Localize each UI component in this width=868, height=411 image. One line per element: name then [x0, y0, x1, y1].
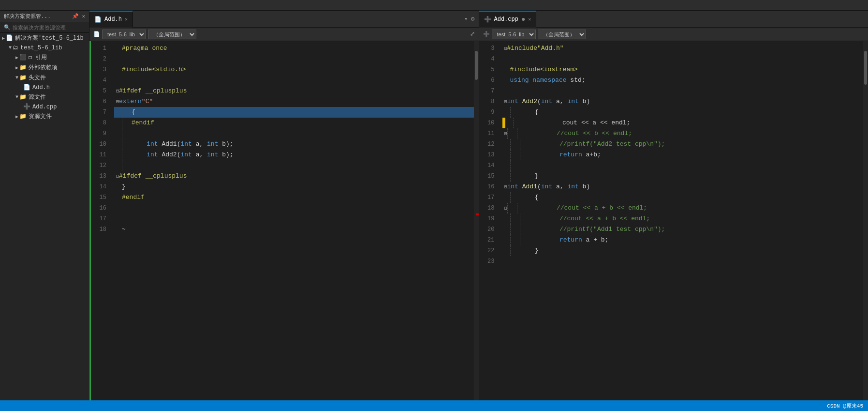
- code-line: //printf("Add1 test cpp\n");: [502, 224, 864, 235]
- code-line: #endif: [114, 118, 474, 128]
- code-line: int Add1(int a, int b);: [114, 139, 474, 150]
- file-icon-h: 📄: [94, 16, 102, 23]
- top-bar: [0, 0, 868, 11]
- sidebar-item-headers[interactable]: ▼📁头文件: [0, 73, 89, 83]
- editor-area: 📄 Add.h ✕ ▾ ⚙ 📄 test_5-6_lib （全局: [89, 11, 868, 400]
- sidebar-item-sources[interactable]: ▼📁源文件: [0, 92, 89, 102]
- code-line: [502, 54, 864, 64]
- close-icon[interactable]: ✕: [82, 13, 85, 19]
- code-line: //printf("Add2 test cpp\n");: [502, 139, 864, 150]
- tab-close-addh[interactable]: ✕: [125, 16, 128, 22]
- scope-bar-addh: 📄 test_5-6_lib （全局范围） ⤢: [89, 28, 479, 41]
- scope-file-icon-cpp: ➕: [483, 31, 490, 37]
- code-area-addcpp[interactable]: 34567891011121314151617181920212223 ⊟#in…: [479, 41, 868, 400]
- status-bar: CSDN @原来45: [0, 400, 868, 411]
- code-line: ⊟#ifdef __cplusplus: [114, 86, 474, 96]
- code-line: ⊟int Add1(int a, int b): [502, 182, 864, 192]
- code-line: #pragma once: [114, 43, 474, 54]
- sidebar-item-external[interactable]: ▶📁外部依赖项: [0, 62, 89, 73]
- tab-modified-dot: ●: [521, 15, 525, 23]
- code-line: ⊟#include"Add.h": [502, 43, 864, 54]
- sidebar-search-bar[interactable]: 🔍: [0, 22, 89, 33]
- code-line: {: [114, 107, 474, 118]
- code-line: return a+b;: [502, 150, 864, 160]
- tab-addcpp[interactable]: ➕ Add.cpp ● ✕: [479, 11, 537, 28]
- sidebar-item-solution[interactable]: ▶📄解决方案'test_5-6_lib: [0, 33, 89, 43]
- code-area-addh[interactable]: 123456789101112131415161718 #pragma once…: [89, 41, 479, 400]
- scope-file-icon: 📄: [93, 31, 100, 37]
- code-line: [114, 203, 474, 213]
- search-input[interactable]: [13, 25, 71, 30]
- code-line: [502, 256, 864, 267]
- file-tree: ▶📄解决方案'test_5-6_lib▼🗂test_5-6_lib▶⬛◻ 引用▶…: [0, 33, 89, 122]
- settings-icon[interactable]: ⚙: [471, 15, 475, 23]
- search-icon: 🔍: [4, 24, 11, 30]
- scope-range-addh[interactable]: （全局范围）: [148, 30, 196, 39]
- scroll-indicator-addcpp[interactable]: [863, 41, 868, 400]
- line-numbers-addcpp: 34567891011121314151617181920212223: [479, 41, 502, 400]
- scope-range-addcpp[interactable]: （全局范围）: [538, 30, 586, 39]
- code-line: {: [502, 107, 864, 118]
- breakpoint-marker: [502, 118, 505, 128]
- code-line: ⊟ //cout << b << endl;: [502, 128, 864, 139]
- scroll-indicator-addh[interactable]: [474, 41, 479, 400]
- code-line: [114, 160, 474, 171]
- sidebar-title: 解决方案资源管...: [4, 13, 51, 20]
- scroll-thumb-addh: [475, 51, 478, 80]
- code-line: #include<stdio.h>: [114, 64, 474, 75]
- code-line: #endif: [114, 192, 474, 203]
- code-line: ⊟int Add2(int a, int b): [502, 96, 864, 107]
- code-line: return a + b;: [502, 235, 864, 245]
- code-line: }: [502, 171, 864, 182]
- tab-close-addcpp[interactable]: ✕: [528, 16, 531, 22]
- code-line: ⊟extern"C": [114, 96, 474, 107]
- code-line: ~: [114, 224, 474, 235]
- sidebar-item-resources[interactable]: ▶📁资源文件: [0, 111, 89, 122]
- expand-icon-addh[interactable]: ⤢: [470, 30, 475, 38]
- code-line: [114, 54, 474, 64]
- code-line: using namespace std;: [502, 75, 864, 86]
- editor-pane-addh: 📄 Add.h ✕ ▾ ⚙ 📄 test_5-6_lib （全局: [89, 11, 479, 400]
- scope-lib-addh[interactable]: test_5-6_lib: [102, 30, 146, 39]
- code-line: //cout << a + b << endl;: [502, 213, 864, 224]
- code-line: [114, 75, 474, 86]
- scope-bar-addcpp: ➕ test_5-6_lib （全局范围）: [479, 28, 868, 41]
- sidebar-title-bar: 解决方案资源管... 📌 ✕: [0, 11, 89, 22]
- tab-addh-label: Add.h: [104, 16, 122, 23]
- editor-pane-addcpp: ➕ Add.cpp ● ✕ ➕ test_5-6_lib （全局范围）: [479, 11, 868, 400]
- code-line: ⊟ //cout << a + b << endl;: [502, 203, 864, 213]
- pin-icon[interactable]: 📌: [72, 13, 79, 19]
- tab-bar-addh: 📄 Add.h ✕ ▾ ⚙: [89, 11, 479, 28]
- tab-bar-addcpp: ➕ Add.cpp ● ✕: [479, 11, 868, 28]
- code-line: [502, 86, 864, 96]
- code-line: #include<iostream>: [502, 64, 864, 75]
- code-line: {: [502, 192, 864, 203]
- scroll-thumb-addcpp: [864, 51, 867, 85]
- overflow-icon[interactable]: ▾: [464, 15, 468, 23]
- sidebar: 解决方案资源管... 📌 ✕ 🔍 ▶📄解决方案'test_5-6_lib▼🗂te…: [0, 11, 89, 400]
- code-line: cout << a << endl;: [502, 118, 864, 128]
- line-numbers-addh: 123456789101112131415161718: [91, 41, 114, 400]
- code-content-addh: #pragma once#include<stdio.h>⊟#ifdef __c…: [114, 41, 474, 400]
- file-icon-cpp: ➕: [484, 16, 491, 23]
- code-line: ⊟#ifdef __cplusplus: [114, 171, 474, 182]
- code-line: }: [502, 245, 864, 256]
- scroll-mark-red: [476, 213, 479, 215]
- tab-addcpp-label: Add.cpp: [494, 16, 518, 23]
- code-line: [502, 160, 864, 171]
- scope-lib-addcpp[interactable]: test_5-6_lib: [492, 30, 536, 39]
- code-line: [114, 128, 474, 139]
- sidebar-item-references[interactable]: ▶⬛◻ 引用: [0, 52, 89, 62]
- tab-addh[interactable]: 📄 Add.h ✕: [89, 11, 133, 28]
- code-line: }: [114, 182, 474, 192]
- code-content-addcpp: ⊟#include"Add.h"#include<iostream>using …: [502, 41, 864, 400]
- csdn-label: CSDN @原来45: [827, 402, 863, 410]
- code-line: [114, 213, 474, 224]
- code-line: int Add2(int a, int b);: [114, 150, 474, 160]
- sidebar-item-addcpp[interactable]: ➕Add.cpp: [0, 102, 89, 111]
- sidebar-item-project[interactable]: ▼🗂test_5-6_lib: [0, 43, 89, 52]
- sidebar-item-addh[interactable]: 📄Add.h: [0, 83, 89, 92]
